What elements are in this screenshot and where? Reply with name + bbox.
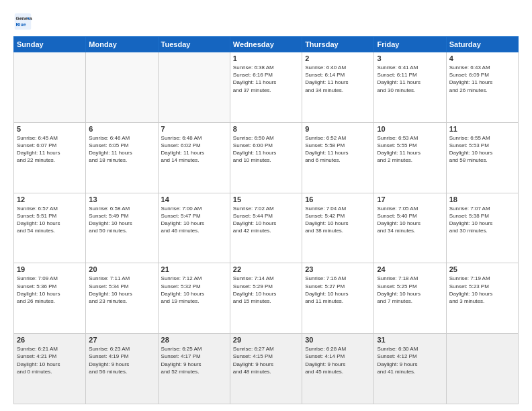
day-info: Sunrise: 6:30 AM Sunset: 4:12 PM Dayligh…	[377, 345, 443, 375]
calendar-week-row: 26Sunrise: 6:21 AM Sunset: 4:21 PM Dayli…	[14, 334, 519, 404]
calendar-cell: 14Sunrise: 7:00 AM Sunset: 5:47 PM Dayli…	[158, 193, 230, 263]
calendar-table: SundayMondayTuesdayWednesdayThursdayFrid…	[13, 36, 519, 404]
day-number: 27	[89, 336, 154, 344]
header: General Blue	[13, 12, 519, 31]
svg-text:Blue: Blue	[16, 22, 26, 27]
day-info: Sunrise: 7:16 AM Sunset: 5:27 PM Dayligh…	[305, 275, 371, 305]
calendar-cell	[446, 334, 518, 404]
day-number: 11	[449, 125, 515, 133]
calendar-cell: 8Sunrise: 6:50 AM Sunset: 6:00 PM Daylig…	[230, 122, 302, 193]
col-header-wednesday: Wednesday	[230, 37, 302, 52]
col-header-saturday: Saturday	[446, 37, 518, 52]
day-info: Sunrise: 7:09 AM Sunset: 5:36 PM Dayligh…	[17, 275, 83, 305]
day-info: Sunrise: 6:41 AM Sunset: 6:11 PM Dayligh…	[377, 64, 443, 94]
day-info: Sunrise: 6:40 AM Sunset: 6:14 PM Dayligh…	[305, 64, 371, 94]
day-number: 15	[233, 195, 299, 203]
calendar-cell: 9Sunrise: 6:52 AM Sunset: 5:58 PM Daylig…	[302, 122, 374, 193]
day-info: Sunrise: 7:05 AM Sunset: 5:40 PM Dayligh…	[377, 205, 443, 235]
page: General Blue SundayMondayTuesdayWednesda…	[0, 0, 532, 411]
day-number: 29	[233, 336, 299, 344]
day-number: 16	[305, 195, 371, 203]
day-number: 22	[233, 265, 299, 273]
col-header-tuesday: Tuesday	[158, 37, 230, 52]
day-info: Sunrise: 7:02 AM Sunset: 5:44 PM Dayligh…	[233, 205, 299, 235]
calendar-cell: 17Sunrise: 7:05 AM Sunset: 5:40 PM Dayli…	[374, 193, 446, 263]
col-header-sunday: Sunday	[14, 37, 86, 52]
day-info: Sunrise: 7:12 AM Sunset: 5:32 PM Dayligh…	[161, 275, 227, 305]
logo: General Blue	[13, 12, 35, 31]
day-info: Sunrise: 6:21 AM Sunset: 4:21 PM Dayligh…	[17, 345, 83, 375]
day-info: Sunrise: 6:50 AM Sunset: 6:00 PM Dayligh…	[233, 134, 299, 165]
day-number: 30	[305, 336, 371, 344]
logo-icon: General Blue	[13, 12, 32, 31]
svg-text:General: General	[16, 16, 33, 21]
calendar-cell: 27Sunrise: 6:23 AM Sunset: 4:19 PM Dayli…	[86, 334, 158, 404]
calendar-cell: 16Sunrise: 7:04 AM Sunset: 5:42 PM Dayli…	[302, 193, 374, 263]
day-info: Sunrise: 7:07 AM Sunset: 5:38 PM Dayligh…	[449, 205, 515, 235]
calendar-cell	[14, 52, 86, 123]
day-number: 24	[377, 265, 443, 273]
day-info: Sunrise: 7:18 AM Sunset: 5:25 PM Dayligh…	[377, 275, 443, 305]
calendar-week-row: 12Sunrise: 6:57 AM Sunset: 5:51 PM Dayli…	[14, 193, 519, 263]
day-number: 18	[449, 195, 515, 203]
calendar-cell: 29Sunrise: 6:27 AM Sunset: 4:15 PM Dayli…	[230, 334, 302, 404]
calendar-cell: 4Sunrise: 6:43 AM Sunset: 6:09 PM Daylig…	[446, 52, 518, 123]
calendar-cell: 1Sunrise: 6:38 AM Sunset: 6:16 PM Daylig…	[230, 52, 302, 123]
day-number: 12	[17, 195, 83, 203]
day-number: 25	[449, 265, 515, 273]
day-number: 23	[305, 265, 371, 273]
calendar-week-row: 19Sunrise: 7:09 AM Sunset: 5:36 PM Dayli…	[14, 263, 519, 334]
day-info: Sunrise: 6:58 AM Sunset: 5:49 PM Dayligh…	[89, 205, 154, 235]
day-number: 5	[17, 125, 83, 133]
calendar-cell: 23Sunrise: 7:16 AM Sunset: 5:27 PM Dayli…	[302, 263, 374, 334]
calendar-cell: 11Sunrise: 6:55 AM Sunset: 5:53 PM Dayli…	[446, 122, 518, 193]
calendar-cell: 5Sunrise: 6:45 AM Sunset: 6:07 PM Daylig…	[14, 122, 86, 193]
calendar-header-row: SundayMondayTuesdayWednesdayThursdayFrid…	[14, 37, 519, 52]
day-number: 3	[377, 54, 443, 62]
day-info: Sunrise: 6:28 AM Sunset: 4:14 PM Dayligh…	[305, 345, 371, 375]
calendar-cell: 2Sunrise: 6:40 AM Sunset: 6:14 PM Daylig…	[302, 52, 374, 123]
day-info: Sunrise: 6:48 AM Sunset: 6:02 PM Dayligh…	[161, 134, 227, 165]
day-number: 19	[17, 265, 83, 273]
day-info: Sunrise: 6:52 AM Sunset: 5:58 PM Dayligh…	[305, 134, 371, 165]
day-number: 26	[17, 336, 83, 344]
calendar-cell: 15Sunrise: 7:02 AM Sunset: 5:44 PM Dayli…	[230, 193, 302, 263]
day-info: Sunrise: 6:53 AM Sunset: 5:55 PM Dayligh…	[377, 134, 443, 165]
day-number: 1	[233, 54, 299, 62]
day-number: 8	[233, 125, 299, 133]
day-number: 9	[305, 125, 371, 133]
calendar-week-row: 5Sunrise: 6:45 AM Sunset: 6:07 PM Daylig…	[14, 122, 519, 193]
calendar-cell: 26Sunrise: 6:21 AM Sunset: 4:21 PM Dayli…	[14, 334, 86, 404]
day-number: 31	[377, 336, 443, 344]
col-header-thursday: Thursday	[302, 37, 374, 52]
calendar-cell: 12Sunrise: 6:57 AM Sunset: 5:51 PM Dayli…	[14, 193, 86, 263]
day-info: Sunrise: 7:00 AM Sunset: 5:47 PM Dayligh…	[161, 205, 227, 235]
calendar-cell: 28Sunrise: 6:25 AM Sunset: 4:17 PM Dayli…	[158, 334, 230, 404]
calendar-cell: 21Sunrise: 7:12 AM Sunset: 5:32 PM Dayli…	[158, 263, 230, 334]
day-number: 10	[377, 125, 443, 133]
calendar-cell: 20Sunrise: 7:11 AM Sunset: 5:34 PM Dayli…	[86, 263, 158, 334]
calendar-cell: 13Sunrise: 6:58 AM Sunset: 5:49 PM Dayli…	[86, 193, 158, 263]
calendar-cell: 24Sunrise: 7:18 AM Sunset: 5:25 PM Dayli…	[374, 263, 446, 334]
day-info: Sunrise: 7:19 AM Sunset: 5:23 PM Dayligh…	[449, 275, 515, 305]
calendar-cell: 6Sunrise: 6:46 AM Sunset: 6:05 PM Daylig…	[86, 122, 158, 193]
calendar-cell: 7Sunrise: 6:48 AM Sunset: 6:02 PM Daylig…	[158, 122, 230, 193]
day-number: 6	[89, 125, 154, 133]
col-header-friday: Friday	[374, 37, 446, 52]
calendar-cell	[158, 52, 230, 123]
day-info: Sunrise: 6:27 AM Sunset: 4:15 PM Dayligh…	[233, 345, 299, 375]
day-info: Sunrise: 6:46 AM Sunset: 6:05 PM Dayligh…	[89, 134, 154, 165]
day-number: 14	[161, 195, 227, 203]
day-info: Sunrise: 6:55 AM Sunset: 5:53 PM Dayligh…	[449, 134, 515, 165]
day-info: Sunrise: 7:11 AM Sunset: 5:34 PM Dayligh…	[89, 275, 154, 305]
day-info: Sunrise: 6:43 AM Sunset: 6:09 PM Dayligh…	[449, 64, 515, 94]
day-number: 7	[161, 125, 227, 133]
day-number: 13	[89, 195, 154, 203]
day-info: Sunrise: 7:04 AM Sunset: 5:42 PM Dayligh…	[305, 205, 371, 235]
day-info: Sunrise: 6:45 AM Sunset: 6:07 PM Dayligh…	[17, 134, 83, 165]
calendar-cell: 3Sunrise: 6:41 AM Sunset: 6:11 PM Daylig…	[374, 52, 446, 123]
day-info: Sunrise: 6:57 AM Sunset: 5:51 PM Dayligh…	[17, 205, 83, 235]
calendar-cell: 19Sunrise: 7:09 AM Sunset: 5:36 PM Dayli…	[14, 263, 86, 334]
calendar-cell: 18Sunrise: 7:07 AM Sunset: 5:38 PM Dayli…	[446, 193, 518, 263]
calendar-cell: 10Sunrise: 6:53 AM Sunset: 5:55 PM Dayli…	[374, 122, 446, 193]
